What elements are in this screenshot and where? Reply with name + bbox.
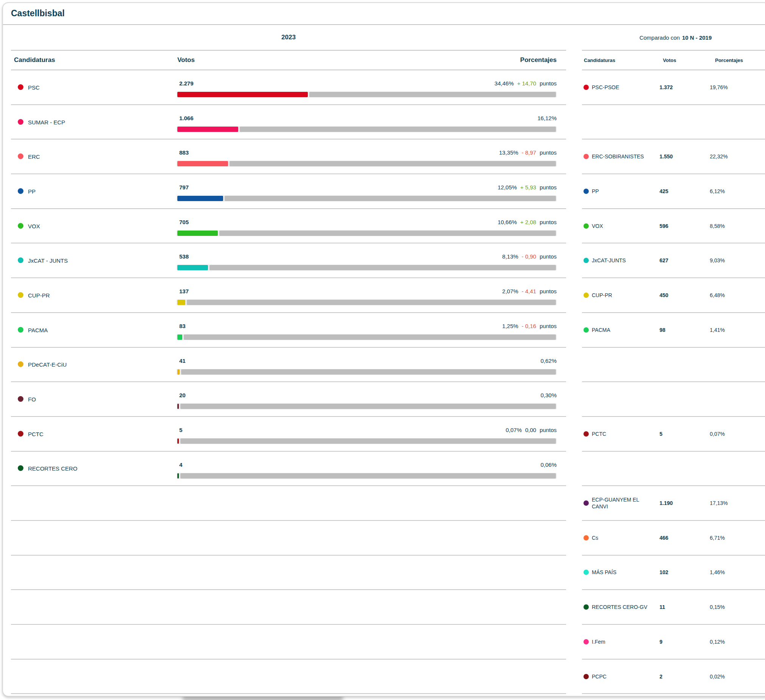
row-content: PP 797 12,05% + 5,93 puntos (11, 174, 566, 208)
delta-value: - 8,97 (522, 149, 536, 156)
votes-value: 797 (179, 184, 189, 190)
result-row-2023: VOX 705 10,66% + 2,08 puntos (11, 209, 566, 244)
votes-value: 98 (660, 327, 666, 333)
tables-container: 2023 Candidaturas Votos Porcentajes PSC … (11, 25, 765, 694)
result-row-2019 (582, 382, 765, 417)
puntos-label: puntos (540, 184, 557, 190)
percent-value: 1,46% (710, 569, 725, 575)
result-row-2023: PDeCAT-E-CiU 41 0,62% (11, 348, 566, 383)
percent-line: 16,12% (537, 115, 557, 121)
percent-value: 6,48% (710, 292, 725, 298)
votes-value: 5 (179, 427, 182, 433)
row-content: PCTC 5 0,07% (582, 417, 765, 451)
percent-value: 2,07% (502, 288, 518, 294)
votes-value: 1.372 (660, 84, 673, 90)
votes-value: 11 (660, 604, 665, 610)
party-color-dot-icon (18, 223, 24, 229)
vote-share-bar (176, 91, 557, 97)
rows-2019: PSC-PSOE 1.372 19,76% (582, 70, 765, 694)
result-row-2023 (11, 486, 566, 521)
header-votos: Votos (177, 57, 195, 64)
party-name: Cs (592, 534, 652, 541)
party-name: PACMA (592, 326, 652, 333)
row-content: PSC-PSOE 1.372 19,76% (582, 70, 765, 104)
party-name: VOX (28, 223, 40, 229)
result-row-2019: PACMA 98 1,41% (582, 313, 765, 348)
percent-value: 0,62% (540, 358, 557, 364)
bar-remainder (180, 438, 556, 444)
delta-value: 0,00 (525, 427, 536, 433)
percent-value: 10,66% (497, 219, 517, 225)
percent-line: 1,25% - 0,16 puntos (502, 323, 557, 329)
bar-remainder (187, 300, 556, 305)
percent-value: 16,12% (537, 115, 557, 121)
party-color-dot-icon (584, 292, 589, 298)
bar-fill (177, 300, 185, 305)
party-name: JxCAT-JUNTS (592, 257, 652, 264)
result-row-2023: CUP-PR 137 2,07% - 4,41 puntos (11, 278, 566, 313)
percent-line: 8,13% - 0,90 puntos (502, 253, 557, 260)
party-color-dot-icon (18, 257, 24, 263)
votes-value: 9 (660, 639, 663, 645)
result-row-2023: JxCAT - JUNTS 538 8,13% - 0,90 puntos (11, 243, 566, 278)
votes-value: 538 (179, 253, 189, 260)
vote-share-bar (176, 126, 557, 132)
votes-value: 705 (179, 219, 189, 225)
vote-share-bar (176, 403, 557, 409)
bar-remainder (180, 473, 556, 479)
party-name: I.Fem (592, 639, 652, 645)
party-color-dot-icon (18, 154, 24, 159)
result-row-2023: PCTC 5 0,07% 0,00 puntos (11, 417, 566, 452)
bar-remainder (240, 127, 556, 132)
party-color-dot-icon (584, 85, 589, 90)
party-name: PCTC (28, 430, 44, 437)
puntos-label: puntos (540, 80, 557, 86)
votes-value: 1.550 (660, 154, 673, 160)
header-candidaturas: Candidaturas (14, 57, 55, 64)
bar-fill (177, 231, 218, 236)
compare-date: 10 N - 2019 (682, 35, 711, 41)
column-headers-2023: Candidaturas Votos Porcentajes (11, 51, 566, 70)
row-content: PP 425 6,12% (582, 174, 765, 208)
result-row-2019: PCTC 5 0,07% (582, 417, 765, 452)
party-color-dot-icon (18, 431, 24, 436)
party-color-dot-icon (584, 674, 589, 679)
bar-fill (177, 196, 223, 201)
party-name: RECORTES CERO (28, 465, 77, 472)
vote-share-bar (176, 195, 557, 201)
vote-share-bar (176, 369, 557, 375)
page-title: Castellbisbal (11, 8, 765, 19)
bar-fill (177, 127, 238, 132)
title-band: Castellbisbal (3, 3, 765, 25)
result-row-2019: RECORTES CERO-GV 11 0,15% (582, 590, 765, 625)
bar-remainder (181, 369, 556, 375)
party-name: SUMAR - ECP (28, 119, 65, 125)
party-name: PSC-PSOE (592, 84, 652, 91)
delta-value: - 4,41 (522, 288, 536, 294)
delta-value: + 14,70 (517, 80, 536, 86)
percent-value: 9,03% (710, 257, 725, 264)
row-content: ERC 883 13,35% - 8,97 puntos (11, 140, 566, 174)
party-name: CUP-PR (592, 292, 652, 298)
party-color-dot-icon (18, 396, 24, 402)
percent-value: 0,02% (710, 673, 725, 680)
party-name: ERC-SOBIRANISTES (592, 153, 652, 160)
result-row-2019: PP 425 6,12% (582, 174, 765, 209)
result-row-2019 (582, 105, 765, 140)
row-content: I.Fem 9 0,12% (582, 625, 765, 659)
party-name: PP (28, 188, 36, 194)
bar-remainder (225, 196, 556, 201)
party-color-dot-icon (18, 119, 24, 125)
party-name: ERC (28, 154, 40, 160)
rows-2023: PSC 2.279 34,46% + 14,70 puntos (11, 70, 566, 694)
percent-value: 12,05% (497, 184, 517, 190)
delta-value: - 0,90 (522, 253, 536, 260)
vote-share-bar (176, 334, 557, 340)
party-name: PCTC (592, 430, 652, 437)
row-content: JxCAT - JUNTS 538 8,13% - 0,90 puntos (11, 243, 566, 278)
result-row-2019: MÁS PAÍS 102 1,46% (582, 556, 765, 590)
bar-remainder (180, 404, 556, 409)
header-votos: Votos (663, 58, 676, 63)
votes-value: 596 (660, 223, 668, 229)
header-candidaturas: Candidaturas (584, 58, 615, 63)
